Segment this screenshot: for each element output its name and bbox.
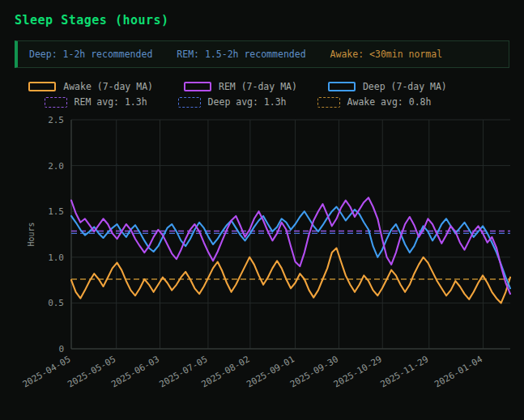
awake-line-swatch: [28, 82, 56, 91]
deep-line-swatch: [328, 82, 356, 91]
svg-text:2.0: 2.0: [48, 161, 64, 172]
sleep-chart-svg: 00.51.01.52.02.52025-04-052025-05-052025…: [0, 112, 524, 401]
svg-text:2025-10-29: 2025-10-29: [332, 354, 384, 389]
rem-avg-swatch: [45, 97, 67, 108]
rem-line-swatch: [184, 82, 211, 91]
svg-text:2025-05-05: 2025-05-05: [66, 354, 117, 389]
svg-text:1.5: 1.5: [48, 206, 64, 217]
svg-text:2.5: 2.5: [48, 115, 64, 125]
legend-label-deep: Deep (7-day MA): [363, 81, 447, 92]
sleep-chart: Awake (7-day MA) REM (7-day MA) Deep (7-…: [0, 81, 524, 401]
svg-text:1.0: 1.0: [48, 252, 64, 263]
legend-item-awake-avg: Awake avg: 0.8h: [317, 96, 432, 108]
svg-text:2025-06-03: 2025-06-03: [109, 354, 161, 389]
avg-legend: REM avg: 1.3h Deep avg: 1.3h Awake avg: …: [0, 96, 500, 108]
recommendation-banner: Deep: 1-2h recommended REM: 1.5-2h recom…: [15, 40, 509, 68]
legend-label-rem: REM (7-day MA): [219, 81, 297, 92]
awake-avg-swatch: [317, 97, 340, 108]
svg-text:2025-04-05: 2025-04-05: [21, 354, 73, 389]
legend-item-deep-avg: Deep avg: 1.3h: [178, 96, 287, 108]
legend-label-awake-avg: Awake avg: 0.8h: [347, 96, 432, 108]
legend-item-rem-avg: REM avg: 1.3h: [45, 96, 147, 108]
svg-text:2025-08-02: 2025-08-02: [200, 354, 252, 389]
series-legend: Awake (7-day MA) REM (7-day MA) Deep (7-…: [0, 81, 500, 92]
svg-text:Hours: Hours: [27, 222, 36, 246]
rem-recommendation: REM: 1.5-2h recommended: [177, 49, 305, 60]
awake-recommendation: Awake: <30min normal: [330, 49, 442, 60]
svg-text:0.5: 0.5: [48, 298, 64, 308]
legend-item-awake: Awake (7-day MA): [28, 81, 153, 92]
svg-text:2026-01-04: 2026-01-04: [432, 354, 484, 390]
page-title: Sleep Stages (hours): [15, 13, 524, 28]
legend-label-rem-avg: REM avg: 1.3h: [75, 96, 147, 108]
svg-text:2025-09-30: 2025-09-30: [288, 354, 340, 389]
legend-label-deep-avg: Deep avg: 1.3h: [208, 96, 287, 108]
svg-text:2025-11-29: 2025-11-29: [378, 354, 430, 389]
legend-item-rem: REM (7-day MA): [184, 81, 297, 92]
deep-recommendation: Deep: 1-2h recommended: [29, 49, 152, 60]
legend-label-awake: Awake (7-day MA): [63, 81, 153, 92]
svg-text:2025-09-01: 2025-09-01: [245, 354, 296, 389]
svg-text:0: 0: [58, 344, 64, 354]
deep-avg-swatch: [178, 97, 201, 108]
sleep-dashboard: Sleep Stages (hours) Deep: 1-2h recommen…: [0, 13, 524, 401]
legend-item-deep: Deep (7-day MA): [328, 81, 447, 92]
